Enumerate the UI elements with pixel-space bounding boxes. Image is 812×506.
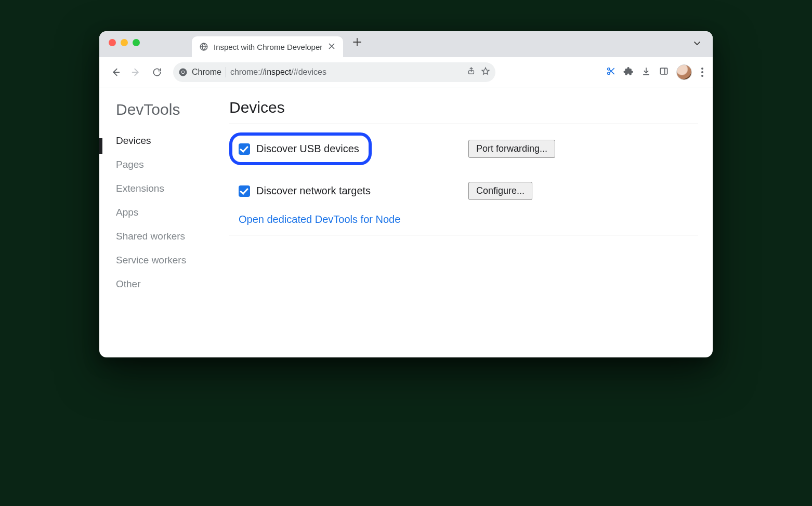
traffic-lights (109, 39, 140, 46)
divider (229, 235, 698, 235)
window-close-button[interactable] (109, 39, 116, 46)
toolbar: Chrome chrome://inspect/#devices (99, 57, 713, 87)
open-devtools-node-link[interactable]: Open dedicated DevTools for Node (239, 214, 400, 225)
sidebar-item-apps[interactable]: Apps (116, 201, 219, 224)
chrome-menu-icon[interactable] (699, 65, 705, 79)
browser-tab[interactable]: Inspect with Chrome Developer (192, 36, 343, 57)
extensions-icon[interactable] (623, 66, 634, 78)
nav-reload-button[interactable] (148, 63, 166, 81)
sidebar-item-service-workers[interactable]: Service workers (116, 248, 219, 272)
active-marker (99, 138, 102, 154)
address-bar[interactable]: Chrome chrome://inspect/#devices (173, 62, 495, 82)
sidebar: DevTools Devices Pages Extensions Apps S… (104, 87, 224, 357)
sidebar-title: DevTools (116, 101, 219, 118)
window-maximize-button[interactable] (133, 39, 140, 46)
sidebar-item-extensions[interactable]: Extensions (116, 177, 219, 201)
sidebar-item-pages[interactable]: Pages (116, 153, 219, 177)
profile-avatar[interactable] (676, 64, 692, 80)
window-minimize-button[interactable] (121, 39, 128, 46)
toolbar-right (606, 64, 705, 80)
svg-rect-7 (660, 68, 667, 74)
port-forwarding-button[interactable]: Port forwarding... (468, 140, 555, 158)
url-path: /#devices (291, 68, 326, 76)
discover-usb-row: Discover USB devices Port forwarding... (229, 124, 698, 174)
tab-strip: Inspect with Chrome Developer (99, 31, 713, 57)
svg-point-3 (182, 71, 185, 73)
omnibox-separator (226, 67, 226, 77)
nav-forward-button[interactable] (127, 63, 145, 81)
page-heading: Devices (229, 99, 698, 116)
tab-title: Inspect with Chrome Developer (214, 43, 322, 51)
highlight-box: Discover USB devices (229, 132, 372, 165)
globe-icon (199, 42, 208, 51)
sidebar-item-shared-workers[interactable]: Shared workers (116, 224, 219, 248)
scissors-icon[interactable] (606, 66, 616, 78)
discover-network-row: Discover network targets Configure... (229, 174, 698, 208)
discover-network-checkbox[interactable] (239, 185, 250, 197)
chrome-chip: Chrome (192, 68, 221, 77)
discover-usb-checkbox[interactable] (239, 143, 250, 155)
new-tab-button[interactable] (349, 34, 365, 52)
nav-back-button[interactable] (107, 63, 124, 81)
url-text: chrome://inspect/#devices (230, 68, 463, 77)
sidebar-item-devices[interactable]: Devices (116, 129, 219, 153)
discover-usb-label: Discover USB devices (256, 143, 359, 155)
share-icon[interactable] (467, 66, 476, 77)
main-panel: Devices Discover USB devices Port forwar… (224, 87, 713, 357)
discover-network-label: Discover network targets (256, 185, 371, 197)
node-link-row: Open dedicated DevTools for Node (229, 208, 698, 235)
configure-button[interactable]: Configure... (468, 182, 532, 200)
downloads-icon[interactable] (641, 66, 651, 78)
sidebar-item-other[interactable]: Other (116, 272, 219, 296)
tab-close-icon[interactable] (328, 42, 336, 52)
side-panel-icon[interactable] (659, 66, 669, 78)
url-scheme: chrome:// (230, 68, 265, 76)
chrome-icon (178, 68, 188, 77)
url-host: inspect (265, 68, 292, 76)
side-strip (99, 87, 104, 357)
tabs-dropdown-icon[interactable] (693, 39, 701, 49)
bookmark-star-icon[interactable] (481, 66, 490, 78)
page-content: DevTools Devices Pages Extensions Apps S… (99, 87, 713, 357)
browser-window: Inspect with Chrome Developer Chrome (99, 31, 713, 357)
